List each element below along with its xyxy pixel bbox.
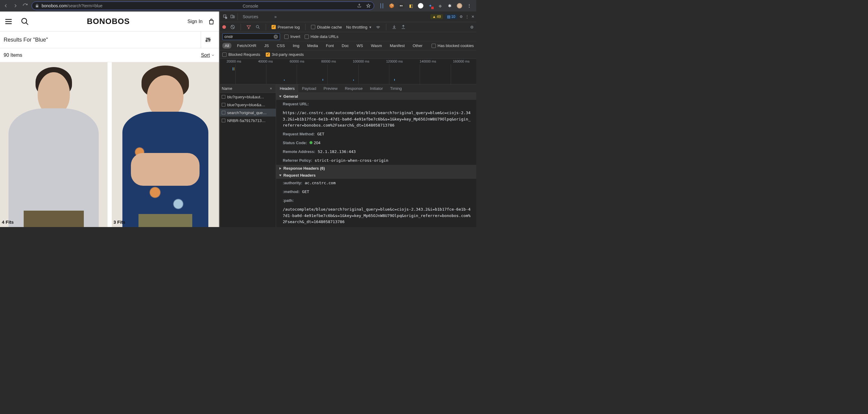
filter-icon[interactable] <box>246 25 251 29</box>
address-bar[interactable]: bonobos.com/search?term=blue <box>32 2 374 10</box>
extension-icon-1[interactable]: ⎮⎮ <box>379 3 384 8</box>
request-method-label: Request Method: <box>283 131 315 137</box>
type-filter-js[interactable]: JS <box>262 43 271 49</box>
network-conditions-icon[interactable] <box>376 25 380 29</box>
page-content: BONOBOS Sign In Results For "Blue" 90 It… <box>0 11 219 227</box>
back-button[interactable] <box>2 2 9 9</box>
remote-address-label: Remote Address: <box>283 149 315 155</box>
request-headers-section-header[interactable]: Request Headers <box>276 172 476 179</box>
share-icon[interactable] <box>357 3 362 8</box>
extension-icon-4[interactable]: ◧ <box>408 3 414 8</box>
forward-button[interactable] <box>12 2 19 9</box>
devtools-settings-icon[interactable]: ⚙ <box>460 14 463 19</box>
devtools-menu-icon[interactable]: ⋮ <box>465 14 469 19</box>
extension-icon-5[interactable] <box>418 3 423 8</box>
sort-button[interactable]: Sort <box>201 53 215 58</box>
type-filter-doc[interactable]: Doc <box>339 43 351 49</box>
extension-icon-7[interactable]: ◆ <box>437 3 443 8</box>
export-har-icon[interactable] <box>401 25 406 29</box>
request-row[interactable]: NRBR-5a7917b713… <box>220 117 276 124</box>
type-filter-fetch-xhr[interactable]: Fetch/XHR <box>235 43 259 49</box>
request-header-key: :path: <box>283 198 294 204</box>
remote-address-value: 52.1.182.136:443 <box>318 149 355 155</box>
extension-icon-2[interactable]: 🍪 <box>389 3 394 8</box>
request-url-label: Request URL: <box>283 101 309 107</box>
url-text: bonobos.com/search?term=blue <box>41 3 102 8</box>
bookmark-star-icon[interactable] <box>366 3 371 8</box>
browser-toolbar: bonobos.com/search?term=blue ⎮⎮ 🍪 •• ◧ ✦… <box>0 0 476 11</box>
search-network-icon[interactable] <box>255 25 260 29</box>
results-bar: Results For "Blue" <box>0 31 219 48</box>
type-filter-css[interactable]: CSS <box>274 43 287 49</box>
extension-icon-6[interactable]: ✦ <box>428 3 433 8</box>
timeline-tick: 120000 ms <box>386 60 403 63</box>
detail-tab-response[interactable]: Response <box>341 84 366 93</box>
browser-menu-icon[interactable]: ⋮ <box>466 3 472 8</box>
hide-data-urls-checkbox[interactable]: Hide data URLs <box>305 34 339 39</box>
detail-tab-preview[interactable]: Preview <box>320 84 341 93</box>
general-section-header[interactable]: General <box>276 93 476 100</box>
more-tabs-button[interactable]: » <box>271 11 280 22</box>
svg-point-1 <box>206 40 207 41</box>
request-url-value: https://ac.cnstrc.com/autocomplete/blue/… <box>283 110 472 129</box>
warnings-badge[interactable]: ▲ 49 <box>430 14 442 19</box>
request-header-value: /autocomplete/blue/search?original_query… <box>283 206 472 225</box>
shopping-bag-icon[interactable] <box>208 18 215 25</box>
devtools-tab-sources[interactable]: Sources <box>239 11 271 22</box>
detail-tab-headers[interactable]: Headers <box>276 84 298 93</box>
devtools-tab-console[interactable]: Console <box>239 1 271 11</box>
resource-type-filters: AllFetch/XHRJSCSSImgMediaFontDocWSWasmMa… <box>220 41 476 51</box>
third-party-checkbox[interactable]: 3rd-party requests <box>266 52 304 57</box>
detail-tab-timing[interactable]: Timing <box>386 84 406 93</box>
request-row[interactable]: search?original_que… <box>220 109 276 117</box>
invert-checkbox[interactable]: Invert <box>284 34 300 39</box>
type-filter-img[interactable]: Img <box>290 43 302 49</box>
inspect-element-icon[interactable] <box>222 11 229 22</box>
filter-input[interactable]: cnstr ✕ <box>222 33 280 40</box>
disable-cache-checkbox[interactable]: Disable cache <box>311 25 342 29</box>
response-headers-section-header[interactable]: Response Headers (6) <box>276 165 476 172</box>
request-header-value: GET <box>302 189 309 195</box>
svg-point-0 <box>22 18 27 23</box>
type-filter-manifest[interactable]: Manifest <box>387 43 407 49</box>
network-toolbar: Preserve log Disable cache No throttling… <box>220 22 476 32</box>
product-card[interactable]: 4 Fits <box>0 62 107 227</box>
reload-button[interactable] <box>22 2 29 9</box>
filter-button[interactable] <box>201 31 215 48</box>
svg-point-8 <box>256 26 259 28</box>
close-detail-icon[interactable]: × <box>268 86 274 91</box>
record-button[interactable] <box>222 25 226 29</box>
request-row[interactable]: blue?query=blue&a… <box>220 101 276 109</box>
throttling-select[interactable]: No throttling ▾ <box>346 25 371 29</box>
network-timeline[interactable]: 20000 ms40000 ms60000 ms80000 ms100000 m… <box>220 59 476 84</box>
clear-button[interactable] <box>230 25 235 29</box>
sign-in-link[interactable]: Sign In <box>187 19 203 24</box>
issues-badge[interactable]: ▤ 10 <box>445 14 457 19</box>
preserve-log-checkbox[interactable]: Preserve log <box>272 25 300 29</box>
type-filter-wasm[interactable]: Wasm <box>368 43 384 49</box>
type-filter-font[interactable]: Font <box>323 43 336 49</box>
svg-rect-6 <box>233 16 235 18</box>
network-settings-icon[interactable]: ⚙ <box>470 25 474 29</box>
type-filter-all[interactable]: All <box>222 43 231 49</box>
detail-tab-initiator[interactable]: Initiator <box>366 84 386 93</box>
hamburger-menu-icon[interactable] <box>4 17 13 26</box>
has-blocked-cookies-checkbox[interactable]: Has blocked cookies <box>432 43 474 48</box>
device-toggle-icon[interactable] <box>229 11 236 22</box>
extension-icon-3[interactable]: •• <box>399 3 404 8</box>
devtools-close-icon[interactable]: ✕ <box>471 14 474 19</box>
request-row[interactable]: blu?query=blu&aut… <box>220 93 276 101</box>
product-card[interactable]: 3 Fits <box>112 62 219 227</box>
site-logo[interactable]: BONOBOS <box>87 17 130 26</box>
detail-tab-payload[interactable]: Payload <box>298 84 320 93</box>
clear-filter-icon[interactable]: ✕ <box>274 35 278 39</box>
search-icon[interactable] <box>21 17 29 26</box>
type-filter-media[interactable]: Media <box>305 43 320 49</box>
type-filter-other[interactable]: Other <box>410 43 425 49</box>
profile-avatar[interactable] <box>457 3 462 8</box>
import-har-icon[interactable] <box>392 25 397 29</box>
type-filter-ws[interactable]: WS <box>354 43 365 49</box>
timeline-tick: 140000 ms <box>420 60 436 63</box>
extensions-puzzle-icon[interactable]: ✱ <box>447 3 453 8</box>
blocked-requests-checkbox[interactable]: Blocked Requests <box>222 52 260 57</box>
